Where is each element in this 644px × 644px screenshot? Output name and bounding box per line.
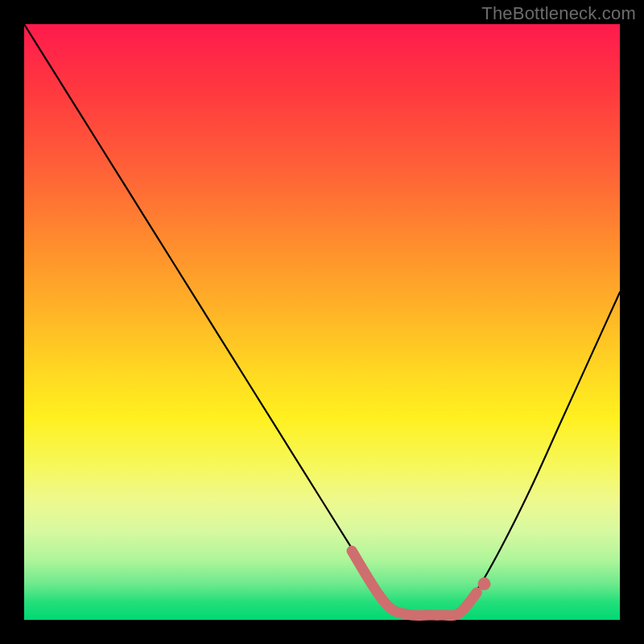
- highlight-segment: [352, 551, 477, 616]
- watermark-text: TheBottleneck.com: [481, 3, 636, 24]
- plot-area: [24, 24, 620, 620]
- chart-frame: TheBottleneck.com: [0, 0, 644, 644]
- curve-overlay: [24, 24, 620, 620]
- bottleneck-curve-path: [24, 24, 620, 617]
- highlight-end-dot: [478, 577, 491, 590]
